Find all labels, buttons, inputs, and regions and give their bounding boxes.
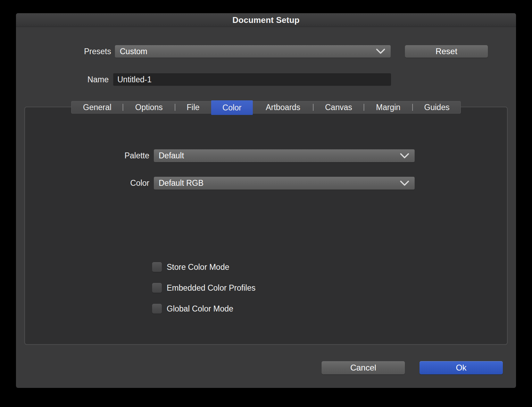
tab-guides[interactable]: Guides <box>413 101 461 113</box>
color-dropdown[interactable]: Default RGB <box>154 177 415 190</box>
cancel-button-label: Cancel <box>350 363 376 373</box>
tab-artboards-label: Artboards <box>266 103 300 112</box>
tab-file-label: File <box>186 103 199 112</box>
tab-content-panel <box>24 107 508 345</box>
tab-general[interactable]: General <box>72 101 123 113</box>
tab-general-label: General <box>83 103 111 112</box>
presets-dropdown[interactable]: Custom <box>115 45 391 58</box>
chevron-down-icon <box>376 49 385 54</box>
checkbox-embedded-color-profiles[interactable] <box>152 283 162 293</box>
titlebar: Document Setup <box>16 13 516 27</box>
cancel-button[interactable]: Cancel <box>322 361 405 374</box>
store-color-mode-row: Store Color Mode <box>152 262 229 272</box>
global-color-mode-label: Global Color Mode <box>167 304 233 314</box>
checkbox-store-color-mode[interactable] <box>152 262 162 272</box>
checkbox-global-color-mode[interactable] <box>152 304 162 314</box>
chevron-down-icon <box>400 153 409 159</box>
palette-value: Default <box>159 151 184 160</box>
tab-options[interactable]: Options <box>123 101 175 113</box>
reset-button-label: Reset <box>435 47 457 56</box>
reset-button[interactable]: Reset <box>405 45 488 58</box>
store-color-mode-label: Store Color Mode <box>167 263 229 272</box>
ok-button-label: Ok <box>456 363 467 373</box>
name-label: Name <box>16 73 109 86</box>
name-input[interactable] <box>113 73 391 86</box>
presets-value: Custom <box>120 47 147 56</box>
tab-color[interactable]: Color <box>211 100 253 115</box>
color-value: Default RGB <box>159 178 203 188</box>
palette-dropdown[interactable]: Default <box>154 149 415 162</box>
tab-artboards[interactable]: Artboards <box>253 101 313 113</box>
embedded-color-profiles-row: Embedded Color Profiles <box>152 283 256 293</box>
color-label: Color <box>16 177 149 190</box>
tab-margin[interactable]: Margin <box>364 101 413 113</box>
presets-label: Presets <box>16 45 111 58</box>
dialog-title: Document Setup <box>232 15 299 25</box>
document-setup-dialog: Document Setup Presets Custom Reset Name… <box>16 13 516 388</box>
chevron-down-icon <box>400 181 409 186</box>
tab-file[interactable]: File <box>175 101 211 113</box>
tab-guides-label: Guides <box>424 103 450 112</box>
tab-options-label: Options <box>135 103 163 112</box>
tab-canvas[interactable]: Canvas <box>313 101 364 113</box>
tab-canvas-label: Canvas <box>325 103 352 112</box>
tab-color-label: Color <box>223 103 242 113</box>
palette-label: Palette <box>16 149 149 162</box>
embedded-color-profiles-label: Embedded Color Profiles <box>167 283 256 293</box>
tab-bar: General Options File Color Artboards Can… <box>71 101 461 114</box>
ok-button[interactable]: Ok <box>419 361 503 374</box>
tab-margin-label: Margin <box>376 103 400 112</box>
global-color-mode-row: Global Color Mode <box>152 304 233 314</box>
